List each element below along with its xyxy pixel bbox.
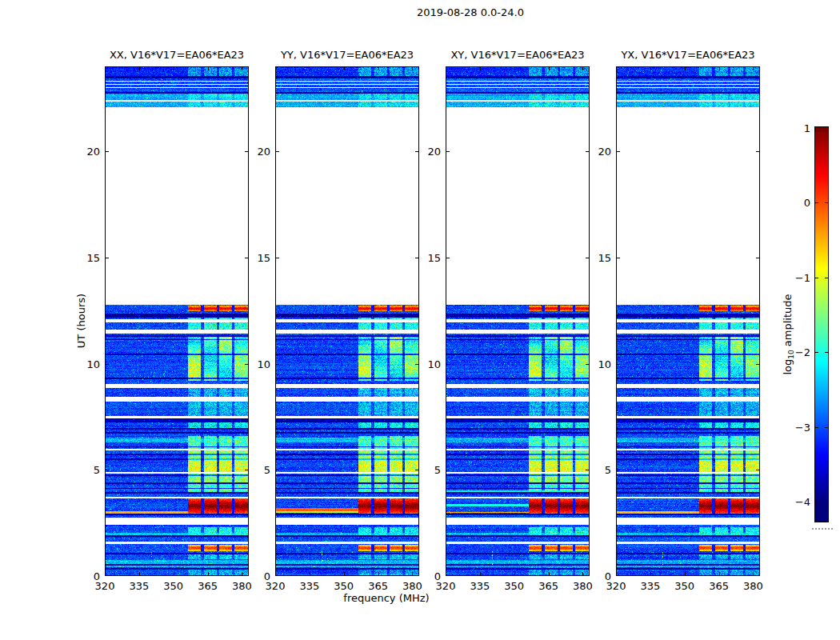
colorbar-tick-label: −1 (795, 272, 810, 282)
y-tick-label: 20 (86, 146, 100, 157)
y-tick-label: 10 (598, 358, 611, 369)
x-tick-label: 350 (674, 581, 694, 591)
x-tick-label: 320 (436, 581, 456, 591)
x-tick-label: 350 (334, 581, 354, 591)
x-tick-label: 380 (743, 581, 763, 591)
colorbar-canvas (814, 126, 829, 522)
colorbar-tick-label: −4 (795, 497, 810, 507)
y-tick-label: 15 (86, 252, 100, 262)
spectrogram-canvas-xx (105, 66, 249, 576)
panel-title-yy: YY, V16*V17=EA06*EA23 (281, 50, 414, 60)
y-tick-label: 20 (598, 146, 611, 157)
figure: 2019-08-28 0.0-24.0 XX, V16*V17=EA06*EA2… (0, 0, 840, 640)
y-axis-label: UT (hours) (76, 294, 86, 348)
x-tick-label: 320 (95, 581, 115, 591)
y-tick-label: 0 (94, 571, 100, 582)
y-tick-label: 0 (264, 571, 270, 582)
x-tick-label: 335 (299, 581, 319, 591)
x-tick-label: 380 (573, 581, 593, 591)
x-tick-label: 365 (368, 581, 388, 591)
y-tick-label: 5 (94, 465, 100, 475)
x-tick-label: 365 (538, 581, 558, 591)
x-tick-label: 350 (163, 581, 183, 591)
x-tick-label: 350 (504, 581, 524, 591)
y-tick-label: 15 (257, 252, 270, 262)
y-tick-label: 20 (257, 146, 270, 157)
colorbar-tick-label: −2 (795, 347, 810, 358)
colorbar-tick-label: −3 (795, 422, 810, 432)
y-tick-label: 10 (86, 358, 100, 369)
colorbar-tick-label: 1 (804, 123, 810, 134)
panel-title-xx: XX, V16*V17=EA06*EA23 (110, 50, 244, 60)
x-tick-label: 335 (129, 581, 149, 591)
y-tick-label: 0 (434, 571, 441, 582)
y-tick-label: 15 (598, 252, 611, 262)
x-tick-label: 380 (232, 581, 252, 591)
y-tick-label: 10 (427, 358, 441, 369)
x-axis-label: frequency (MHz) (343, 593, 429, 603)
spectrogram-canvas-xy (446, 66, 590, 576)
colorbar-extend-dots (812, 528, 833, 530)
x-tick-label: 335 (470, 581, 490, 591)
x-tick-label: 365 (709, 581, 729, 591)
y-tick-label: 20 (427, 146, 441, 157)
spectrogram-canvas-yx (616, 66, 760, 576)
panel-title-xy: XY, V16*V17=EA06*EA23 (450, 50, 584, 60)
x-tick-label: 320 (606, 581, 626, 591)
x-tick-label: 380 (402, 581, 422, 591)
colorbar-label: log10 amplitude (782, 294, 796, 374)
figure-title: 2019-08-28 0.0-24.0 (417, 7, 524, 18)
y-tick-label: 5 (264, 465, 270, 475)
y-tick-label: 5 (605, 465, 611, 475)
panel-title-yx: YX, V16*V17=EA06*EA23 (621, 50, 754, 60)
x-tick-label: 365 (198, 581, 218, 591)
y-tick-label: 0 (605, 571, 611, 582)
y-tick-label: 10 (257, 358, 270, 369)
y-tick-label: 5 (434, 465, 441, 475)
x-tick-label: 335 (640, 581, 660, 591)
x-tick-label: 320 (266, 581, 286, 591)
colorbar-tick-label: 0 (804, 198, 810, 208)
spectrogram-canvas-yy (275, 66, 419, 576)
y-tick-label: 15 (427, 252, 441, 262)
